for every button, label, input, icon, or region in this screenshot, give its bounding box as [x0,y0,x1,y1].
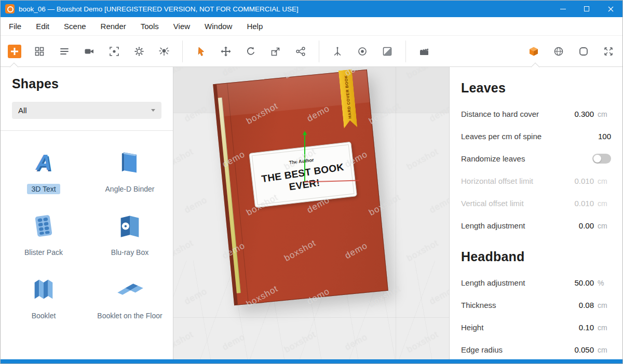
prop-row-leaves-per-cm: Leaves per cm of spine 100 [461,125,611,147]
menu-render[interactable]: Render [101,22,126,31]
camera-icon [84,46,94,57]
select-cursor-icon [196,46,206,57]
headband-section-title: Headband [461,249,611,264]
viewport-3d[interactable]: HARD COVER BOOK The Author THE BEST BOOK… [173,67,449,359]
shape-item-blister-pack[interactable]: Blister Pack [1,204,87,267]
blu-ray-box-icon [116,209,143,243]
prop-unit: % [598,279,611,287]
shape-label: Angle-D Binder [101,184,159,194]
snapshot-frame-button[interactable] [104,42,124,61]
shape-item-3d-text[interactable]: A 3D Text [1,140,87,204]
menu-file[interactable]: File [9,22,21,31]
headband-rows: Length adjustment 50.00 % Thickness 0.08… [461,272,611,359]
select-cursor-button[interactable] [191,42,211,61]
toolbar-divider [182,41,183,62]
settings-button[interactable] [129,42,149,61]
prop-label: Leaves per cm of spine [461,132,598,141]
hierarchy-tool-button[interactable] [291,42,310,61]
add-shape-button[interactable] [5,42,24,61]
fit-view-button[interactable] [599,42,618,61]
prop-value-field[interactable]: 100 [598,132,611,141]
shape-label: Blu-ray Box [107,247,153,258]
3d-text-icon: A [36,145,51,180]
randomize-leaves-toggle[interactable] [592,154,611,164]
tripod-button[interactable] [328,42,347,61]
sphere-button[interactable] [549,42,568,61]
shape-label: Blister Pack [20,247,67,258]
ribbon-text: HARD COVER BOOK [343,75,352,118]
prop-unit: cm [598,222,611,230]
animation-button[interactable] [414,42,434,61]
prop-unit: cm [598,346,611,354]
shape-item-booklet[interactable]: Booklet [1,267,87,330]
menu-view[interactable]: View [173,22,190,31]
maximize-icon [584,6,589,11]
prop-value-field[interactable]: 50.00 [574,278,594,287]
watermark-text: demo [183,195,209,215]
menu-tools[interactable]: Tools [141,22,159,31]
menu-window[interactable]: Window [205,22,232,31]
shapes-filter-dropdown[interactable]: All [12,102,161,119]
leaves-section-title: Leaves [461,80,611,96]
minimize-icon [560,9,566,9]
gizmo-y-axis[interactable] [304,134,305,181]
shape-browser-icon [34,46,45,57]
add-shape-icon [8,45,21,58]
camera-button[interactable] [79,42,99,61]
move-tool-button[interactable] [216,42,236,61]
shape-item-booklet-on-floor[interactable]: Booklet on the Floor [87,267,173,330]
leaves-rows: Distance to hard cover 0.300 cm Leaves p… [461,103,611,237]
maximize-button[interactable] [575,1,599,17]
rotate-tool-button[interactable] [241,42,261,61]
geometry-box-button[interactable] [524,42,544,61]
shape-browser-button[interactable] [30,42,49,61]
cube-icon [529,46,539,57]
prop-label: Length adjustment [461,221,579,230]
book-author-text: The Author [289,157,314,165]
booklet-on-floor-icon [115,272,144,306]
prop-value-field: 0.010 [574,177,594,185]
shape-item-angle-d-binder[interactable]: Angle-D Binder [87,140,173,204]
toolbar [1,36,622,67]
menu-edit[interactable]: Edit [36,22,49,31]
menu-scene[interactable]: Scene [64,22,86,31]
prop-label: Thickness [461,301,579,309]
prop-unit: cm [598,301,611,309]
app-window: book_06 — Boxshot Demo [UNREGISTERED VER… [0,0,623,364]
rounded-panel-button[interactable] [574,42,593,61]
shape-item-blu-ray-box[interactable]: Blu-ray Box [87,204,173,267]
prop-value-field[interactable]: 0.050 [574,345,594,354]
prop-row-randomize-leaves: Randomize leaves [461,147,611,170]
book-model[interactable]: HARD COVER BOOK The Author THE BEST BOOK… [213,70,388,306]
prop-value-field[interactable]: 0.10 [579,323,594,332]
shapes-panel: Shapes All A 3D Text Angle-D Binder [1,67,173,359]
materials-button[interactable] [377,42,397,61]
prop-value-field[interactable]: 0.00 [579,221,594,230]
prop-row-vertical-offset-limit: Vertical offset limit 0.010 cm [461,192,611,214]
prop-value-field[interactable]: 0.300 [574,110,594,118]
rotate-icon [246,46,256,57]
lens-button[interactable] [353,42,372,61]
prop-label: Randomize leaves [461,154,592,163]
close-button[interactable] [599,1,622,17]
shapes-filter-value: All [18,106,27,115]
prop-row-thickness: Thickness 0.08 cm [461,294,611,316]
menubar: File Edit Scene Render Tools View Window… [1,17,622,36]
minimize-button[interactable] [551,1,575,17]
prop-value-field[interactable]: 0.08 [579,301,594,309]
scale-icon [270,46,281,57]
prop-label: Distance to hard cover [461,110,574,118]
menu-help[interactable]: Help [247,22,263,31]
app-logo-icon [5,4,15,14]
light-button[interactable] [154,42,174,61]
prop-row-height: Height 0.10 cm [461,316,611,339]
watermark-text: boxshot [405,238,440,264]
light-icon [159,46,169,57]
scene-list-button[interactable] [55,42,74,61]
watermark-text: boxshot [173,238,195,264]
toolbar-divider [319,41,319,62]
expand-arrows-icon [603,46,614,57]
book-title-text: THE BEST BOOKEVER! [261,161,346,197]
scale-tool-button[interactable] [266,42,286,61]
hierarchy-icon [295,46,306,57]
